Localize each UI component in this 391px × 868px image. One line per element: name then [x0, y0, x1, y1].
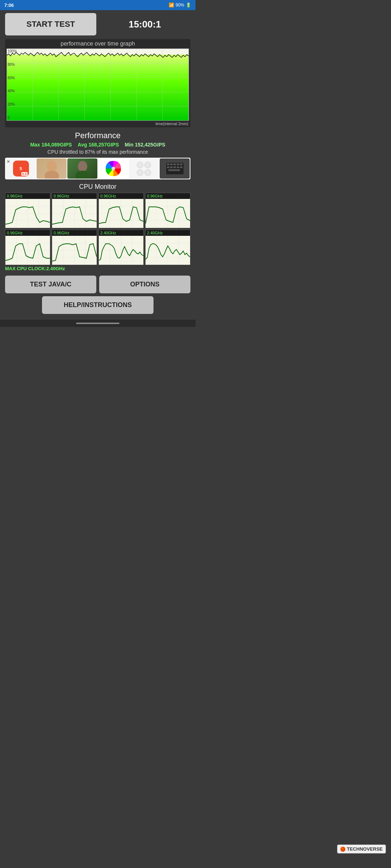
status-right: 📶 90% 🔋 [169, 3, 191, 8]
cpu-core-7: 2.40GHz [98, 230, 144, 265]
svg-rect-17 [168, 169, 180, 171]
cpu-freq-6: 0.96GHz [52, 230, 97, 236]
svg-rect-16 [180, 166, 182, 168]
cpu-svg-4 [146, 199, 190, 228]
top-buttons-row: START TEST 15:00:1 [5, 13, 190, 35]
cpu-core-5: 0.96GHz [5, 230, 50, 265]
cpu-svg-2 [52, 199, 97, 228]
nav-bar [0, 320, 196, 327]
ad-item-photo2[interactable] [67, 158, 97, 179]
performance-svg-line [7, 49, 189, 120]
cpu-core-1: 0.96GHz [5, 193, 50, 228]
cpu-svg-5 [5, 236, 50, 265]
stat-avg: Avg 168,257GIPS [78, 142, 119, 148]
signal-icon: 📶 [169, 3, 174, 8]
timer-display: 15:00:1 [99, 13, 190, 35]
graph-x-label: time(interval 2min) [5, 121, 190, 127]
status-time: 7:06 [4, 3, 14, 8]
cpu-monitor-title: CPU Monitor [5, 183, 190, 191]
person-icon [41, 158, 63, 179]
y-label-60: 60% [8, 76, 21, 80]
cpu-graph-4 [146, 199, 190, 228]
svg-rect-14 [173, 166, 176, 168]
cpu-svg-6 [52, 236, 97, 265]
cpu-core-6: 0.96GHz [52, 230, 97, 265]
svg-point-3 [75, 171, 90, 179]
cpu-graph-3 [99, 199, 143, 228]
ad-item-shopee[interactable]: ✕ S 9.9 [6, 158, 36, 179]
cpu-freq-2: 0.96GHz [52, 193, 97, 199]
status-bar: 7:06 📶 90% 🔋 [0, 0, 196, 10]
cpu-svg-3 [99, 199, 143, 228]
y-label-100: 100% [8, 50, 21, 53]
cpu-freq-8: 2.40GHz [146, 230, 190, 236]
options-button[interactable]: OPTIONS [99, 276, 190, 293]
help-instructions-button[interactable]: HELP/INSTRUCTIONS [42, 296, 154, 314]
y-label-0: 0 [8, 116, 21, 120]
cpu-freq-7: 2.40GHz [99, 230, 143, 236]
performance-section: Performance Max 184,089GIPS Avg 168,257G… [5, 131, 190, 155]
stat-max: Max 184,089GIPS [30, 142, 72, 148]
cpu-graph-5 [5, 236, 50, 265]
max-clock-label: MAX CPU CLOCK:2.40GHz [5, 265, 190, 272]
svg-point-2 [78, 161, 87, 172]
graph-container: 0 20% 40% 60% 80% 100% [7, 48, 189, 121]
ad-item-tray[interactable] [160, 158, 190, 179]
y-label-40: 40% [8, 89, 21, 93]
test-java-c-button[interactable]: TEST JAVA/C [5, 276, 96, 293]
svg-point-5 [112, 167, 115, 170]
nav-indicator[interactable] [76, 323, 119, 324]
cpu-graph-8 [146, 236, 190, 265]
stat-min: Min 152,425GIPS [125, 142, 165, 148]
circles-grid [137, 162, 151, 176]
graph-title: performance over time graph [5, 41, 190, 47]
cpu-monitor-section: CPU Monitor 0.96GHz [5, 183, 190, 272]
cpu-svg-8 [146, 236, 190, 265]
y-label-20: 20% [8, 103, 21, 106]
svg-rect-10 [177, 163, 179, 165]
svg-point-1 [45, 171, 59, 179]
shopee-icon: S 9.9 [13, 161, 29, 176]
cpu-graph-6 [52, 236, 97, 265]
ad-banner[interactable]: ✕ S 9.9 [5, 158, 190, 179]
cpu-svg-1 [5, 199, 50, 228]
graph-section: performance over time graph 0 20% 40% 60… [5, 39, 190, 127]
start-test-button[interactable]: START TEST [5, 13, 96, 35]
battery-text: 90% [176, 3, 184, 8]
bottom-buttons: TEST JAVA/C OPTIONS [5, 276, 190, 293]
cpu-freq-3: 0.96GHz [99, 193, 143, 199]
ad-item-photo1[interactable] [37, 158, 67, 179]
cpu-freq-5: 0.96GHz [5, 230, 50, 236]
svg-rect-13 [170, 166, 173, 168]
battery-icon: 🔋 [186, 3, 191, 8]
cpu-grid: 0.96GHz 0.96GH [5, 193, 190, 265]
cpu-core-8: 2.40GHz [145, 230, 190, 265]
throttle-text: CPU throttled to 87% of its max performa… [5, 149, 190, 155]
rainbow-fan-icon [105, 161, 121, 176]
svg-rect-12 [167, 166, 169, 168]
cpu-svg-7 [99, 236, 143, 265]
cpu-graph-7 [99, 236, 143, 265]
cpu-freq-1: 0.96GHz [5, 193, 50, 199]
svg-rect-8 [170, 163, 173, 165]
svg-rect-15 [177, 166, 179, 168]
performance-stats: Max 184,089GIPS Avg 168,257GIPS Min 152,… [5, 142, 190, 148]
ad-item-circles[interactable] [129, 158, 159, 179]
cpu-freq-4: 0.96GHz [146, 193, 190, 199]
svg-rect-11 [180, 163, 182, 165]
cpu-graph-1 [5, 199, 50, 228]
y-label-80: 80% [8, 63, 21, 67]
cpu-core-2: 0.96GHz [52, 193, 97, 228]
person2-icon [72, 158, 93, 179]
svg-rect-7 [167, 163, 169, 165]
svg-point-0 [47, 161, 57, 172]
graph-y-labels: 0 20% 40% 60% 80% 100% [7, 49, 21, 120]
ad-item-rainbow[interactable] [98, 158, 128, 179]
ad-close-icon[interactable]: ✕ [7, 159, 10, 164]
performance-title: Performance [5, 131, 190, 140]
cpu-core-4: 0.96GHz [145, 193, 190, 228]
svg-rect-9 [173, 163, 176, 165]
keyboard-icon [165, 161, 184, 176]
cpu-graph-2 [52, 199, 97, 228]
cpu-core-3: 0.96GHz [98, 193, 144, 228]
